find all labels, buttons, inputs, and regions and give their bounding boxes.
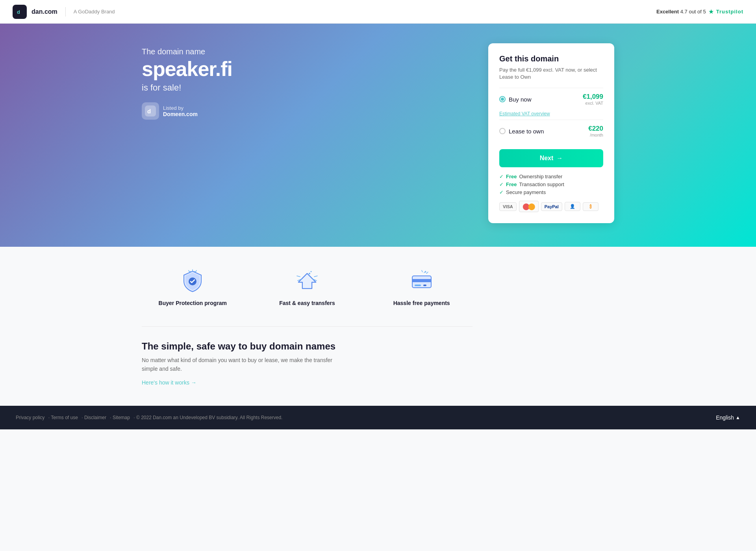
lease-price-area: €220 /month bbox=[588, 125, 603, 137]
feature-buyer-protection-label: Buyer Protection program bbox=[142, 300, 244, 307]
payment-icons-row: VISA ⬤⬤ PayPal 👤 ₿ bbox=[499, 201, 603, 212]
brand-suffix: A GoDaddy Brand bbox=[74, 9, 115, 15]
benefit-free-2: Free bbox=[506, 181, 517, 187]
svg-point-9 bbox=[311, 271, 312, 272]
lease-price: €220 bbox=[588, 125, 603, 132]
feature-buyer-protection: Buyer Protection program bbox=[142, 266, 244, 307]
arrow-right-icon: → bbox=[191, 379, 196, 386]
bitcoin-icon: ₿ bbox=[583, 202, 598, 211]
lease-option[interactable]: Lease to own €220 /month bbox=[499, 120, 603, 142]
trustpilot-label: Trustpilot bbox=[716, 9, 743, 15]
how-it-works-link[interactable]: Here's how it works → bbox=[142, 379, 196, 386]
features-row: Buyer Protection program Fast & easy tra… bbox=[142, 266, 472, 307]
arrow-icon: → bbox=[556, 155, 563, 162]
privacy-policy-link[interactable]: Privacy policy bbox=[16, 415, 44, 420]
terms-of-use-link[interactable]: Terms of use bbox=[51, 415, 78, 420]
buy-now-price: €1,099 bbox=[583, 93, 603, 100]
check-icon-2: ✓ bbox=[499, 181, 504, 187]
check-icon-3: ✓ bbox=[499, 189, 504, 195]
content-right-spacer bbox=[488, 266, 614, 386]
hero-subtitle: The domain name bbox=[142, 47, 472, 56]
hero-forsale: is for sale! bbox=[142, 83, 472, 93]
payment-card-icon bbox=[408, 266, 436, 295]
feature-payments-label: Hassle free payments bbox=[371, 300, 472, 307]
svg-rect-11 bbox=[412, 279, 431, 282]
check-icon-1: ✓ bbox=[499, 174, 504, 179]
footer-separator-3: · bbox=[110, 415, 113, 420]
content-left: Buyer Protection program Fast & easy tra… bbox=[142, 266, 472, 386]
language-label: English bbox=[716, 414, 734, 421]
radio-selected-dot bbox=[501, 98, 504, 101]
purchase-card: Get this domain Pay the full €1,099 excl… bbox=[488, 43, 614, 223]
svg-point-8 bbox=[309, 273, 310, 274]
sitemap-link[interactable]: Sitemap bbox=[113, 415, 130, 420]
main-content: Buyer Protection program Fast & easy tra… bbox=[126, 247, 630, 405]
feature-transfers: Fast & easy transfers bbox=[256, 266, 358, 307]
svg-point-5 bbox=[190, 271, 191, 272]
info-title: The simple, safe way to buy domain names bbox=[142, 341, 472, 352]
svg-text:d: d bbox=[17, 9, 20, 15]
trustpilot-area: Excellent 4.7 out of 5 ★ Trustpilot bbox=[656, 8, 743, 15]
listed-icon: d bbox=[142, 102, 159, 120]
dan-logo[interactable]: d bbox=[13, 5, 27, 19]
header: d dan.com A GoDaddy Brand Excellent 4.7 … bbox=[0, 0, 756, 24]
svg-point-6 bbox=[195, 271, 196, 272]
hero-text-area: The domain name speaker.fi is for sale! … bbox=[142, 47, 472, 120]
buy-now-price-suffix: excl. VAT bbox=[583, 101, 603, 105]
feature-transfers-label: Fast & easy transfers bbox=[256, 300, 358, 307]
benefit-text-3: Secure payments bbox=[506, 189, 546, 195]
info-text: No matter what kind of domain you want t… bbox=[142, 356, 346, 373]
shield-icon bbox=[178, 266, 207, 295]
footer-separator-2: · bbox=[82, 415, 84, 420]
svg-point-14 bbox=[425, 272, 426, 273]
svg-rect-12 bbox=[415, 285, 421, 286]
paypal-icon: PayPal bbox=[541, 202, 562, 211]
language-selector[interactable]: English ▲ bbox=[716, 414, 740, 421]
trustpilot-star-icon: ★ bbox=[708, 8, 714, 15]
feature-payments: Hassle free payments bbox=[371, 266, 472, 307]
benefit-item-3: ✓ Secure payments bbox=[499, 189, 603, 195]
benefit-text-1: Ownership transfer bbox=[519, 174, 562, 179]
site-name-text: dan.com bbox=[32, 8, 57, 15]
lease-label: Lease to own bbox=[509, 128, 544, 135]
listed-by-info: Listed by Domeen.com bbox=[163, 105, 198, 117]
card-subtitle: Pay the full €1,099 excl. VAT now, or se… bbox=[499, 67, 603, 81]
how-link-label: Here's how it works bbox=[142, 379, 189, 386]
buy-now-label: Buy now bbox=[509, 96, 532, 103]
hero-domain: speaker.fi bbox=[142, 58, 472, 80]
benefit-text-2: Transaction support bbox=[519, 181, 564, 187]
footer-links: Privacy policy · Terms of use · Disclaim… bbox=[16, 415, 282, 420]
card-title: Get this domain bbox=[499, 54, 603, 63]
chevron-down-icon: ▲ bbox=[736, 415, 740, 420]
benefits-list: ✓ Free Ownership transfer ✓ Free Transac… bbox=[499, 174, 603, 195]
svg-text:d: d bbox=[147, 108, 151, 115]
benefit-free-1: Free bbox=[506, 174, 517, 179]
buy-now-radio[interactable] bbox=[499, 96, 506, 102]
footer-copyright: © 2022 Dan.com an Undeveloped BV subsidi… bbox=[136, 415, 282, 420]
buy-now-price-area: €1,099 excl. VAT bbox=[583, 93, 603, 105]
next-button-label: Next bbox=[540, 155, 554, 162]
buy-now-left: Buy now bbox=[499, 96, 532, 103]
rating-text: Excellent 4.7 out of 5 bbox=[656, 9, 706, 15]
lease-radio[interactable] bbox=[499, 128, 506, 134]
lease-suffix: /month bbox=[588, 133, 603, 137]
header-logo-area: d dan.com A GoDaddy Brand bbox=[13, 5, 115, 19]
listed-by-label: Listed by bbox=[163, 105, 198, 111]
vat-overview-link[interactable]: Estimated VAT overview bbox=[499, 111, 603, 116]
benefit-item-1: ✓ Free Ownership transfer bbox=[499, 174, 603, 179]
hero-section: The domain name speaker.fi is for sale! … bbox=[0, 24, 756, 247]
header-divider bbox=[65, 7, 66, 17]
svg-rect-13 bbox=[423, 285, 426, 286]
profile-icon: 👤 bbox=[565, 202, 580, 211]
hero-listed-by: d Listed by Domeen.com bbox=[142, 102, 472, 120]
footer: Privacy policy · Terms of use · Disclaim… bbox=[0, 406, 756, 429]
disclaimer-link[interactable]: Disclaimer bbox=[84, 415, 106, 420]
next-button[interactable]: Next → bbox=[499, 149, 603, 167]
benefit-item-2: ✓ Free Transaction support bbox=[499, 181, 603, 187]
transfer-icon bbox=[293, 266, 321, 295]
section-divider bbox=[142, 326, 472, 327]
lease-left: Lease to own bbox=[499, 128, 544, 135]
footer-separator-4: · bbox=[133, 415, 136, 420]
buy-now-option[interactable]: Buy now €1,099 excl. VAT bbox=[499, 88, 603, 110]
mastercard-icon: ⬤⬤ bbox=[519, 201, 539, 212]
